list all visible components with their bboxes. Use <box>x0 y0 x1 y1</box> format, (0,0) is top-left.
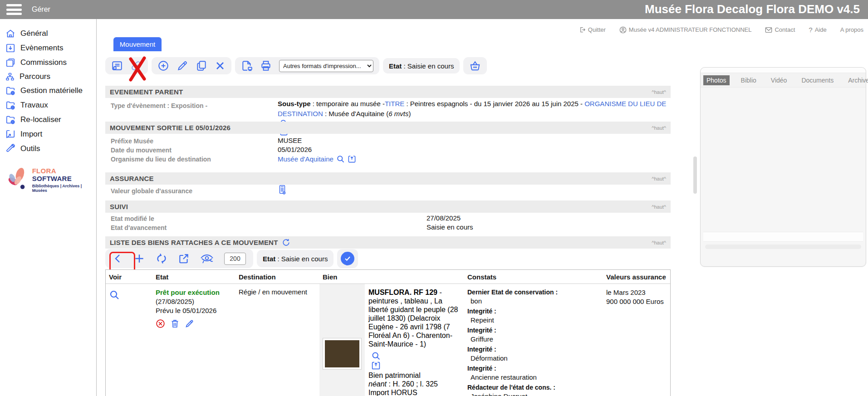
destination-cell: Régie / en mouvement <box>235 284 319 396</box>
etat-avancement-value: Saisie en cours <box>427 223 473 231</box>
apropos-link[interactable]: A propos <box>840 26 863 33</box>
calculator-icon[interactable] <box>278 185 287 195</box>
trash-icon[interactable] <box>171 319 179 328</box>
folder-globe-icon <box>5 100 15 110</box>
back-chevron-icon[interactable] <box>113 253 123 264</box>
tab-biblio[interactable]: Biblio <box>738 75 760 85</box>
printer-icon[interactable] <box>260 60 272 72</box>
search-icon[interactable] <box>371 351 381 361</box>
media-panel-scrollbar[interactable] <box>705 244 861 249</box>
basket-icon[interactable] <box>469 60 481 72</box>
table-header-row: Voir Etat Destination Bien Constats Vale… <box>106 270 670 284</box>
eye-horus-icon[interactable] <box>200 253 214 264</box>
titre-link[interactable]: TITRE <box>385 100 404 108</box>
topbar: Gérer Musée Flora Decalog Flora DEMO v4.… <box>0 0 868 19</box>
sidebar-item-commissions[interactable]: Commissions <box>0 55 96 70</box>
tab-archives[interactable]: Archives <box>845 75 868 85</box>
anchor-haut-link[interactable]: ^haut^ <box>652 204 666 210</box>
open-record-icon[interactable] <box>348 155 356 163</box>
tray-down-icon <box>5 43 15 53</box>
print-document-icon[interactable] <box>241 60 253 72</box>
export-icon[interactable] <box>178 253 190 264</box>
col-destination: Destination <box>235 273 319 281</box>
tab-documents[interactable]: Documents <box>798 75 837 85</box>
biens-table: Voir Etat Destination Bien Constats Vale… <box>105 269 671 396</box>
col-valeurs: Valeurs assurance <box>603 273 670 281</box>
help-icon: ? <box>809 26 812 34</box>
artwork-thumbnail[interactable] <box>323 338 361 369</box>
envelope-icon <box>765 27 772 33</box>
bien-description: MUSFLORA. RF 129 - peintures , tableau ,… <box>365 284 464 396</box>
edit-pencil-icon[interactable] <box>177 60 188 72</box>
section-mouvement-sortie: MOUVEMENT SORTIE LE 05/01/2026 ^haut^ <box>105 122 671 134</box>
validate-check-button[interactable] <box>341 252 354 265</box>
logo-tagline: Bibliothèques | Archives | Musées <box>32 184 94 193</box>
musee-aquitaine-link[interactable]: Musée d'Aquitaine <box>278 155 333 163</box>
hamburger-menu-icon[interactable] <box>6 4 22 15</box>
aide-link[interactable]: ? Aide <box>809 26 826 34</box>
sidebar-item-gestion-materielle[interactable]: Gestion matérielle <box>0 83 96 98</box>
view-search-icon[interactable] <box>109 289 120 300</box>
refresh-icon[interactable] <box>282 238 290 247</box>
organisme-destination-value: Musée d'Aquitaine <box>278 155 356 163</box>
prefixe-musee-label: Préfixe Musée <box>111 137 153 145</box>
col-constats: Constats <box>464 273 603 281</box>
col-voir: Voir <box>106 273 152 281</box>
etat-modifie-value: 27/08/2025 <box>427 214 461 222</box>
sidebar-item-parcours[interactable]: Parcours <box>0 70 96 83</box>
topbar-menu-label[interactable]: Gérer <box>32 5 50 14</box>
col-etat: Etat <box>152 273 235 281</box>
duplicate-icon[interactable] <box>196 60 207 72</box>
sidebar-item-import[interactable]: Import <box>0 127 96 142</box>
type-evenement-label: Type d'évènement : Exposition - <box>111 102 207 109</box>
flora-software-logo: FLORA SOFTWARE Bibliothèques | Archives … <box>4 166 94 193</box>
check-icon <box>344 255 351 262</box>
anchor-haut-link[interactable]: ^haut^ <box>652 125 666 131</box>
date-mouvement-label: Date du mouvement <box>111 147 172 154</box>
contact-link[interactable]: Contact <box>765 26 795 33</box>
etat-cell: Prêt pour exécution (27/08/2025) Prévu l… <box>152 284 235 396</box>
toolbar-group-print: Autres formats d'impression... <box>235 57 379 74</box>
tab-video[interactable]: Vidéo <box>768 75 790 85</box>
bien-thumb-column <box>319 284 365 396</box>
col-bien: Bien <box>319 273 464 281</box>
sidebar-item-evenements[interactable]: Evènements <box>0 41 96 55</box>
sidebar-item-travaux[interactable]: Travaux <box>0 98 96 112</box>
add-icon[interactable] <box>157 60 169 72</box>
page-size-input[interactable] <box>224 253 246 265</box>
delete-x-icon[interactable] <box>215 60 226 71</box>
cancel-circle-icon[interactable] <box>156 319 165 328</box>
toolbar-group-edit <box>152 57 231 74</box>
link-icon[interactable] <box>130 60 142 72</box>
media-tabs: Photos Biblio Vidéo Documents Archives <box>701 73 866 88</box>
media-panel-body <box>701 88 866 232</box>
etat-chip: Etat : Saisie en cours <box>383 58 460 73</box>
wrench-icon <box>5 144 15 154</box>
valeur-assurance-value <box>278 185 287 195</box>
search-icon[interactable] <box>336 155 345 163</box>
tab-mouvement[interactable]: Mouvement <box>113 37 162 51</box>
anchor-haut-link[interactable]: ^haut^ <box>652 240 666 245</box>
anchor-haut-link[interactable]: ^haut^ <box>652 89 666 95</box>
import-icon <box>5 129 15 139</box>
print-formats-select[interactable]: Autres formats d'impression... <box>279 60 373 72</box>
record-toolbar: Autres formats d'impression... Etat : Sa… <box>105 57 487 74</box>
media-panel-bottom-bar <box>703 232 863 242</box>
add-item-icon[interactable] <box>133 253 145 264</box>
sidebar: Général Evènements Commissions Parcours … <box>0 19 97 396</box>
list-search-icon[interactable] <box>111 60 123 72</box>
open-record-icon[interactable] <box>371 361 381 370</box>
anchor-haut-link[interactable]: ^haut^ <box>652 176 666 181</box>
main-content: Mouvement Autres formats d'impress <box>97 19 701 396</box>
edit-pencil-icon[interactable] <box>185 319 194 328</box>
recycle-icon[interactable] <box>155 252 168 265</box>
sidebar-item-outils[interactable]: Outils <box>0 142 96 156</box>
constats-cell: Dernier Etat de conservation : bon Integ… <box>464 284 603 396</box>
media-panel-top-strip <box>701 68 866 73</box>
sidebar-item-re-localiser[interactable]: Re-localiser <box>0 112 96 127</box>
tab-photos[interactable]: Photos <box>703 75 730 85</box>
etat-avancement-label: Etat d'avancement <box>111 224 167 231</box>
panel-splitter-handle[interactable] <box>693 156 697 194</box>
toolbar-group-view <box>105 57 148 74</box>
sidebar-item-general[interactable]: Général <box>0 26 96 41</box>
